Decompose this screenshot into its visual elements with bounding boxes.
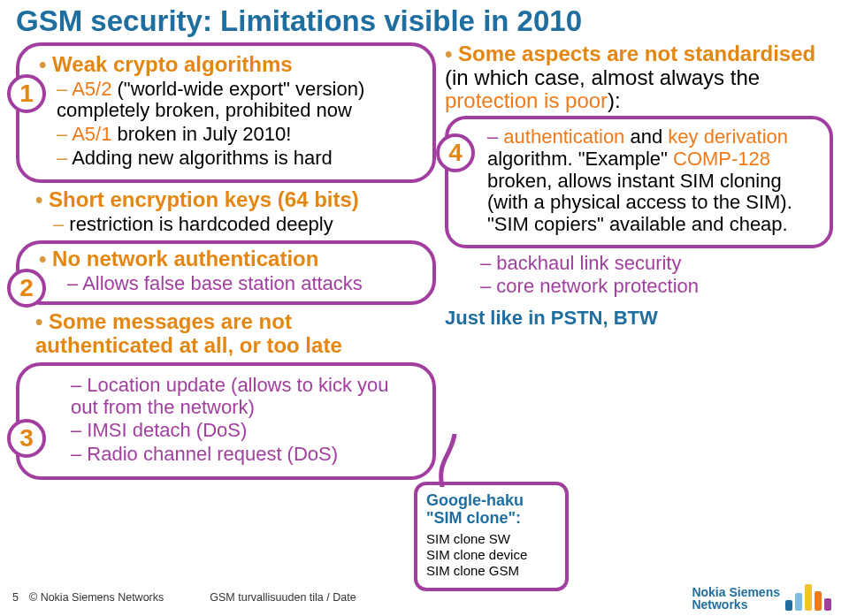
sub-core-net: core network protection [480, 275, 833, 298]
txt-and: and [624, 125, 668, 148]
logo-line2: Networks [692, 598, 780, 611]
txt-comp128-rest: broken, allows instant SIM cloning (with… [487, 170, 792, 235]
logo-line1: Nokia Siemens [692, 586, 780, 598]
callout-i3: SIM clone GSM [426, 563, 556, 579]
block-some-messages: Some messages are not authenticated at a… [16, 310, 436, 357]
sub-a51: A5/1 broken in July 2010! [57, 124, 420, 146]
bullet-no-auth: No network authentication [39, 247, 420, 270]
box-no-auth: 2 No network authentication Allows false… [16, 240, 436, 305]
sub-auth-key: authentication and key derivation algori… [487, 126, 821, 235]
block-short-keys: Short encryption keys (64 bits) restrict… [16, 188, 436, 235]
box-weak-crypto: 1 Weak crypto algorithms A5/2 ("world-wi… [16, 42, 436, 183]
right-column: Some aspects are not standardised (in wh… [445, 42, 833, 484]
badge-2: 2 [7, 269, 46, 308]
callout-sim-clone: Google-haku "SIM clone": SIM clone SW SI… [414, 482, 569, 591]
bullet-weak-crypto: Weak crypto algorithms [39, 53, 420, 76]
bullet-some-messages: Some messages are not authenticated at a… [35, 310, 424, 357]
footer-meta: GSM turvallisuuden tila / Date [210, 591, 356, 604]
bullet-short-keys: Short encryption keys (64 bits) [35, 188, 424, 211]
badge-4: 4 [436, 133, 475, 172]
sub-radio-req: Radio channel request (DoS) [71, 444, 420, 466]
txt-a51-rest: broken in July 2010! [111, 123, 291, 145]
footer: 5 © Nokia Siemens Networks GSM turvallis… [0, 584, 849, 611]
badge-3: 3 [7, 419, 46, 458]
sub-hardcoded: restriction is hardcoded deeply [53, 214, 424, 236]
sub-a52: A5/2 ("world-wide export" version) compl… [57, 79, 420, 122]
logo-text: Nokia Siemens Networks [692, 586, 780, 611]
footer-left: 5 © Nokia Siemens Networks GSM turvallis… [12, 591, 356, 604]
nsn-logo: Nokia Siemens Networks [692, 584, 831, 611]
logo-bars-icon [785, 584, 831, 611]
just-like-pstn: Just like in PSTN, BTW [445, 307, 833, 330]
sub-adding-hard: Adding new algorithms is hard [57, 148, 420, 170]
sub-false-base: Allows false base station attacks [67, 273, 420, 295]
page-number: 5 [12, 591, 19, 604]
callout-cap1: Google-haku [426, 492, 556, 510]
cont-b: protection is poor [445, 88, 608, 112]
box-4: 4 authentication and key derivation algo… [445, 116, 833, 247]
sub-imsi-detach: IMSI detach (DoS) [71, 420, 420, 442]
badge-1: 1 [7, 74, 46, 113]
hl-a51: A5/1 [72, 123, 111, 145]
callout-i1: SIM clone SW [426, 531, 556, 547]
lead-text: Some aspects are not standardised [445, 42, 815, 65]
box-messages-subs: 3 Location update (allows to kick you ou… [16, 362, 436, 480]
sub-loc-update: Location update (allows to kick you out … [71, 375, 420, 418]
callout-items: SIM clone SW SIM clone device SIM clone … [426, 531, 556, 579]
page-title: GSM security: Limitations visible in 201… [16, 5, 833, 37]
right-tail: backhaul link security core network prot… [445, 252, 833, 299]
hl-comp128: COMP-128 [673, 148, 770, 170]
callout-cap2: "SIM clone": [426, 510, 556, 528]
callout-i2: SIM clone device [426, 547, 556, 563]
right-lead: Some aspects are not standardised (in wh… [445, 42, 833, 112]
hl-auth: authentication [503, 125, 624, 148]
slide: GSM security: Limitations visible in 201… [0, 0, 849, 616]
left-column: 1 Weak crypto algorithms A5/2 ("world-wi… [16, 42, 436, 484]
hl-keyderiv: key derivation [668, 125, 788, 148]
sub-backhaul: backhaul link security [480, 252, 833, 275]
content-columns: 1 Weak crypto algorithms A5/2 ("world-wi… [16, 42, 833, 484]
hl-a52: A5/2 [72, 78, 111, 100]
cont-c: ): [608, 88, 621, 112]
cont-a: (in which case, almost always the [445, 65, 760, 89]
copyright: © Nokia Siemens Networks [29, 591, 164, 604]
callout-tail-icon [428, 434, 460, 487]
txt-ex: algorithm. "Example" [487, 148, 673, 170]
